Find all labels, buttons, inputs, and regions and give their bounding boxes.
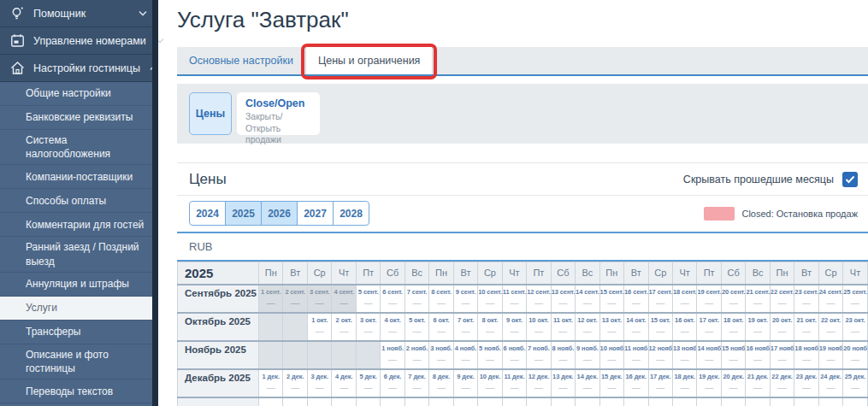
price-day-cell[interactable]: 14 окт.— [624,313,648,341]
price-day-cell[interactable]: 13 сент.— [551,285,575,313]
price-day-cell[interactable]: 25 сент.— [843,285,867,313]
year-button[interactable]: 2028 [333,201,369,226]
sidebar-item[interactable]: Комментарии для гостей [0,213,152,237]
price-day-cell[interactable]: 22 сент.— [770,285,794,313]
sidebar-section-1[interactable]: Управление номерами [0,27,158,55]
price-day-cell[interactable]: 12 окт.— [576,313,599,341]
price-day-cell[interactable]: 25 дек.— [843,369,867,397]
price-day-cell[interactable]: 17 сент.— [648,285,672,313]
sidebar-item[interactable]: Переводы текстов [0,380,152,403]
price-day-cell[interactable]: 20 нояб.— [843,341,867,369]
price-day-cell[interactable]: 2 дек.— [283,369,307,397]
price-day-cell[interactable]: 5 сент.— [356,285,380,313]
price-day-cell[interactable]: 5 нояб.— [478,341,502,369]
sidebar-section-0[interactable]: Помощник [0,0,158,27]
price-day-cell[interactable]: 14 дек.— [576,369,599,397]
price-day-cell[interactable]: 11 окт.— [551,313,575,341]
price-day-cell[interactable]: 10 окт.— [527,313,551,341]
price-day-cell[interactable]: 19 нояб.— [818,341,842,369]
price-day-cell[interactable]: 6 нояб.— [502,341,526,369]
sidebar-section-2[interactable]: Настройки гостиницы [0,55,158,82]
price-day-cell[interactable]: 21 окт.— [794,313,818,341]
sidebar-scrollbar[interactable] [152,0,158,406]
price-day-cell[interactable]: 23 сент.— [794,285,818,313]
price-day-cell[interactable]: 3 окт.— [356,313,380,341]
price-day-cell[interactable]: 9 нояб.— [576,341,599,369]
price-day-cell[interactable]: 9 дек.— [453,369,477,397]
price-day-cell[interactable]: 2 сент.— [283,285,307,313]
price-day-cell[interactable]: 7 окт.— [453,313,477,341]
price-day-cell[interactable]: 24 сент.— [818,285,842,313]
price-day-cell[interactable]: 1 дек.— [259,369,283,397]
price-day-cell[interactable]: 2 нояб.— [404,341,428,369]
toolbar-button[interactable]: Цены [189,92,232,135]
price-day-cell[interactable]: 17 дек.— [648,369,672,397]
price-day-cell[interactable]: 5 окт.— [404,313,428,341]
year-button[interactable]: 2027 [297,201,334,226]
price-day-cell[interactable]: 17 окт.— [697,313,721,341]
price-day-cell[interactable]: 15 окт.— [648,313,672,341]
price-day-cell[interactable]: 12 сент.— [527,285,551,313]
price-day-cell[interactable]: 19 окт.— [746,313,770,341]
price-day-cell[interactable]: 4 нояб.— [453,341,477,369]
sidebar-item[interactable]: Банковские реквизиты [0,106,152,130]
price-day-cell[interactable]: 6 дек.— [381,369,404,397]
price-day-cell[interactable]: 17 нояб.— [770,341,794,369]
price-day-cell[interactable]: 5 дек.— [356,369,380,397]
price-day-cell[interactable]: 19 сент.— [697,285,721,313]
price-day-cell[interactable]: 8 сент.— [429,285,453,313]
price-day-cell[interactable]: 2 окт.— [332,313,356,341]
price-day-cell[interactable]: 10 нояб.— [599,341,623,369]
price-day-cell[interactable]: 23 окт.— [843,313,867,341]
price-day-cell[interactable]: 7 дек.— [404,369,428,397]
sidebar-item[interactable]: Трансферы [0,321,152,344]
price-day-cell[interactable]: 16 окт.— [672,313,696,341]
price-day-cell[interactable]: 11 дек.— [502,369,526,397]
price-day-cell[interactable]: 19 дек.— [697,369,721,397]
currency-row[interactable]: RUB [177,233,868,262]
price-day-cell[interactable]: 20 окт.— [770,313,794,341]
price-day-cell[interactable]: 16 нояб.— [746,341,770,369]
sidebar-item[interactable]: Компании-поставщики [0,165,152,189]
price-day-cell[interactable]: 15 дек.— [599,369,623,397]
price-day-cell[interactable]: 20 сент.— [721,285,745,313]
price-day-cell[interactable]: 10 сент.— [478,285,502,313]
price-day-cell[interactable]: 7 сент.— [404,285,428,313]
price-day-cell[interactable]: 18 нояб.— [794,341,818,369]
year-button[interactable]: 2024 [189,201,226,226]
price-day-cell[interactable]: 10 дек.— [478,369,502,397]
price-day-cell[interactable]: 16 дек.— [624,369,648,397]
year-button[interactable]: 2025 [225,201,262,226]
tab[interactable]: Цены и ограничения [305,47,433,74]
price-day-cell[interactable]: 14 сент.— [576,285,599,313]
price-day-cell[interactable]: 12 дек.— [527,369,551,397]
price-day-cell[interactable]: 21 сент.— [746,285,770,313]
toolbar-button[interactable]: Close/OpenЗакрыть/Открыть продажи [237,92,320,135]
price-day-cell[interactable]: 13 окт.— [599,313,623,341]
price-day-cell[interactable]: 3 сент.— [307,285,331,313]
price-day-cell[interactable]: 15 нояб.— [721,341,745,369]
price-day-cell[interactable]: 6 сент.— [381,285,404,313]
tab[interactable]: Основные настройки [177,47,305,74]
price-day-cell[interactable]: 11 сент.— [502,285,526,313]
price-day-cell[interactable]: 21 дек.— [746,369,770,397]
price-day-cell[interactable]: 20 дек.— [721,369,745,397]
price-day-cell[interactable]: 7 нояб.— [527,341,551,369]
price-day-cell[interactable]: 23 дек.— [794,369,818,397]
price-day-cell[interactable]: 13 нояб.— [672,341,696,369]
sidebar-item[interactable]: Ранний заезд / Поздний выезд [0,237,152,272]
price-day-cell[interactable]: 9 окт.— [502,313,526,341]
price-day-cell[interactable]: 18 сент.— [672,285,696,313]
price-day-cell[interactable]: 9 сент.— [453,285,477,313]
price-day-cell[interactable]: 13 дек.— [551,369,575,397]
price-day-cell[interactable]: 12 нояб.— [648,341,672,369]
price-day-cell[interactable]: 8 дек.— [429,369,453,397]
sidebar-item[interactable]: Аннуляция и штрафы [0,273,152,297]
sidebar-item[interactable]: Услуги [0,297,152,321]
price-day-cell[interactable]: 4 окт.— [381,313,404,341]
price-day-cell[interactable]: 22 окт.— [818,313,842,341]
hide-past-months-checkbox[interactable] [842,172,858,187]
price-day-cell[interactable]: 11 нояб.— [624,341,648,369]
sidebar-item[interactable]: Способы оплаты [0,189,152,213]
price-day-cell[interactable]: 14 нояб.— [697,341,721,369]
